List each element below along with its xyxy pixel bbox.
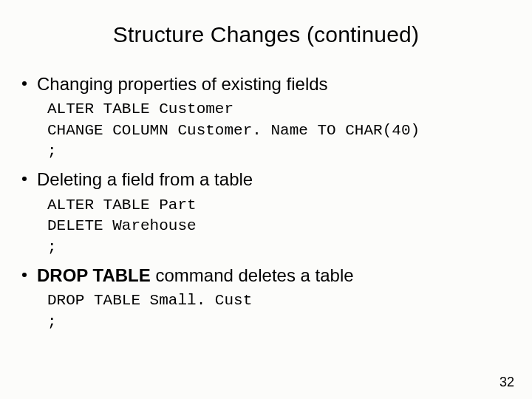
bullet-text-a: Deleting a field from a table: [37, 169, 253, 189]
bullet-icon: [22, 81, 27, 86]
bullet-text-a: Changing properties of existing fields: [37, 74, 328, 94]
list-item: Changing properties of existing fields A…: [22, 72, 510, 162]
list-item: DROP TABLE command deletes a table DROP …: [22, 264, 510, 332]
bullet-row: Changing properties of existing fields: [22, 72, 510, 96]
bullet-text: DROP TABLE command deletes a table: [37, 264, 354, 287]
bullet-row: DROP TABLE command deletes a table: [22, 264, 510, 287]
code-block: DROP TABLE Small. Cust ;: [47, 290, 510, 332]
bullet-text: Deleting a field from a table: [37, 168, 253, 191]
slide: Structure Changes (continued) Changing p…: [0, 0, 532, 399]
bullet-icon: [22, 177, 27, 181]
bullet-text: Changing properties of existing fields: [37, 72, 328, 96]
page-number: 32: [499, 375, 514, 390]
bullet-text-bold: DROP TABLE: [37, 265, 151, 285]
list-item: Deleting a field from a table ALTER TABL…: [22, 168, 510, 257]
bullet-list: Changing properties of existing fields A…: [22, 72, 510, 332]
code-block: ALTER TABLE Customer CHANGE COLUMN Custo…: [47, 99, 510, 162]
bullet-row: Deleting a field from a table: [22, 168, 510, 191]
bullet-icon: [22, 273, 27, 277]
slide-title: Structure Changes (continued): [22, 22, 510, 47]
bullet-text-b: command deletes a table: [151, 265, 354, 285]
code-block: ALTER TABLE Part DELETE Warehouse ;: [47, 195, 510, 258]
